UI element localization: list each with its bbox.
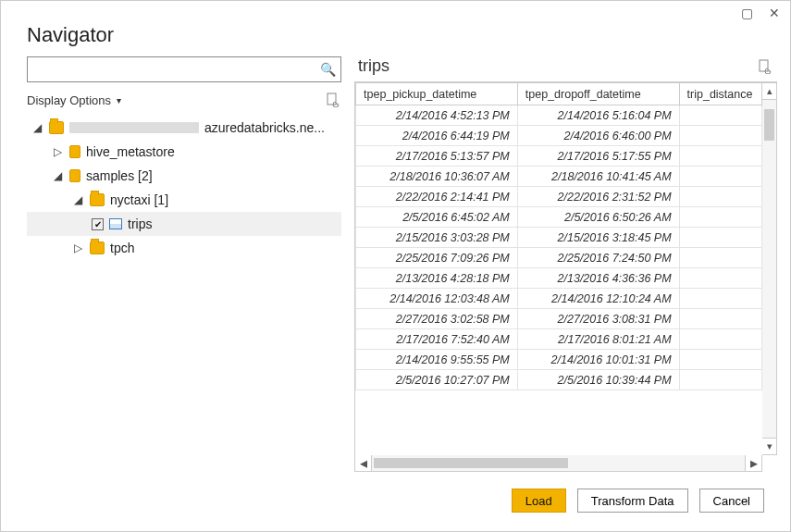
refresh-tree-icon[interactable]: [325, 92, 341, 108]
scrollbar-thumb[interactable]: [374, 458, 568, 468]
table-cell: 2/17/2016 8:01:21 AM: [517, 329, 679, 350]
refresh-preview-icon[interactable]: [757, 58, 773, 75]
column-header[interactable]: tpep_pickup_datetime: [356, 83, 518, 105]
tree-trips-label: trips: [128, 217, 152, 231]
table-cell: [679, 268, 761, 289]
search-row: 🔍: [27, 56, 341, 82]
table-cell: 2/14/2016 12:10:24 AM: [517, 289, 679, 309]
grid-wrap: tpep_pickup_datetime tpep_dropoff_dateti…: [354, 81, 777, 455]
table-cell: [679, 146, 761, 167]
table-cell: 2/13/2016 4:28:18 PM: [356, 268, 518, 289]
scroll-left-icon[interactable]: ◂: [355, 455, 372, 471]
table-row[interactable]: 2/14/2016 9:55:55 PM2/14/2016 10:01:31 P…: [356, 350, 762, 370]
search-icon[interactable]: 🔍: [320, 62, 336, 77]
tree-item-nyctaxi[interactable]: ◢ nyctaxi [1]: [27, 188, 341, 212]
table-cell: [679, 126, 761, 146]
preview-title: trips: [358, 56, 389, 76]
scroll-up-icon[interactable]: ▴: [762, 83, 776, 100]
expand-icon[interactable]: ▷: [71, 241, 84, 254]
tree-item-hive[interactable]: ▷ hive_metastore: [27, 140, 341, 164]
table-row[interactable]: 2/15/2016 3:03:28 PM2/15/2016 3:18:45 PM: [356, 228, 762, 248]
table-row[interactable]: 2/14/2016 4:52:13 PM2/14/2016 5:16:04 PM: [356, 105, 762, 126]
scroll-right-icon[interactable]: ▸: [745, 455, 761, 471]
horizontal-scrollbar[interactable]: ◂ ▸: [354, 455, 762, 472]
transform-data-button[interactable]: Transform Data: [577, 489, 688, 513]
table-row[interactable]: 2/5/2016 6:45:02 AM2/5/2016 6:50:26 AM: [356, 207, 762, 228]
tree: ◢ azuredatabricks.ne... ▷ hive_metastore…: [27, 116, 341, 260]
display-options-row: Display Options ▾: [27, 90, 341, 110]
table-cell: 2/17/2016 5:17:55 PM: [517, 146, 679, 167]
data-grid[interactable]: tpep_pickup_datetime tpep_dropoff_dateti…: [355, 82, 762, 455]
tree-item-trips[interactable]: ✔ trips: [27, 212, 341, 236]
scrollbar-thumb[interactable]: [764, 109, 774, 141]
table-cell: [679, 248, 761, 268]
left-panel: 🔍 Display Options ▾ ◢ azuredatabricks.ne…: [27, 56, 341, 472]
table-cell: 2/13/2016 4:36:36 PM: [517, 268, 679, 289]
collapse-icon[interactable]: ◢: [71, 193, 84, 206]
scroll-down-icon[interactable]: ▾: [762, 438, 776, 454]
table-row[interactable]: 2/18/2016 10:36:07 AM2/18/2016 10:41:45 …: [356, 167, 762, 187]
search-input[interactable]: [27, 56, 341, 82]
table-cell: 2/14/2016 5:16:04 PM: [517, 105, 679, 126]
table-row[interactable]: 2/13/2016 4:28:18 PM2/13/2016 4:36:36 PM: [356, 268, 762, 289]
tree-root[interactable]: ◢ azuredatabricks.ne...: [27, 116, 341, 140]
table-cell: 2/18/2016 10:41:45 AM: [517, 167, 679, 187]
maximize-icon[interactable]: ▢: [740, 6, 753, 19]
display-options-dropdown[interactable]: Display Options ▾: [27, 93, 121, 107]
table-cell: 2/14/2016 10:01:31 PM: [517, 350, 679, 370]
table-row[interactable]: 2/5/2016 10:27:07 PM2/5/2016 10:39:44 PM: [356, 370, 762, 390]
collapse-icon[interactable]: ◢: [51, 169, 64, 182]
table-row[interactable]: 2/4/2016 6:44:19 PM2/4/2016 6:46:00 PM: [356, 126, 762, 146]
table-cell: 2/17/2016 7:52:40 AM: [356, 329, 518, 350]
tree-nyctaxi-label: nyctaxi [1]: [110, 192, 168, 207]
table-icon: [109, 218, 122, 229]
display-options-label: Display Options: [27, 93, 111, 107]
right-panel: trips tpep_pickup_datetime tpep_dropoff_…: [354, 56, 777, 472]
database-icon: [69, 145, 80, 158]
collapse-icon[interactable]: ◢: [31, 121, 43, 134]
table-cell: [679, 167, 761, 187]
tree-root-label: azuredatabricks.ne...: [204, 120, 325, 135]
vertical-scrollbar[interactable]: ▴ ▾: [762, 82, 777, 455]
table-cell: 2/5/2016 10:39:44 PM: [517, 370, 679, 390]
table-row[interactable]: 2/14/2016 12:03:48 AM2/14/2016 12:10:24 …: [356, 289, 762, 309]
tree-item-samples[interactable]: ◢ samples [2]: [27, 164, 341, 188]
table-row[interactable]: 2/22/2016 2:14:41 PM2/22/2016 2:31:52 PM: [356, 187, 762, 207]
expand-icon[interactable]: ▷: [51, 145, 64, 158]
table-cell: 2/5/2016 6:50:26 AM: [517, 207, 679, 228]
page-title: Navigator: [1, 19, 790, 56]
table-cell: 2/4/2016 6:44:19 PM: [356, 126, 518, 146]
table-cell: 2/14/2016 4:52:13 PM: [356, 105, 518, 126]
table-cell: 2/22/2016 2:14:41 PM: [356, 187, 518, 207]
cancel-button[interactable]: Cancel: [699, 489, 764, 513]
folder-icon: [49, 121, 64, 134]
tree-samples-label: samples [2]: [86, 168, 153, 183]
table-row[interactable]: 2/27/2016 3:02:58 PM2/27/2016 3:08:31 PM: [356, 309, 762, 329]
tree-item-tpch[interactable]: ▷ tpch: [27, 236, 341, 260]
table-cell: [679, 350, 761, 370]
table-cell: 2/15/2016 3:18:45 PM: [517, 228, 679, 248]
chevron-down-icon: ▾: [117, 95, 121, 105]
close-icon[interactable]: ✕: [768, 6, 781, 19]
table-cell: 2/17/2016 5:13:57 PM: [356, 146, 518, 167]
table-cell: 2/14/2016 12:03:48 AM: [356, 289, 518, 309]
footer: Load Transform Data Cancel: [1, 472, 790, 531]
table-row[interactable]: 2/25/2016 7:09:26 PM2/25/2016 7:24:50 PM: [356, 248, 762, 268]
tree-tpch-label: tpch: [110, 241, 134, 255]
column-header[interactable]: trip_distance: [679, 83, 761, 105]
table-row[interactable]: 2/17/2016 5:13:57 PM2/17/2016 5:17:55 PM: [356, 146, 762, 167]
table-cell: 2/15/2016 3:03:28 PM: [356, 228, 518, 248]
column-header[interactable]: tpep_dropoff_datetime: [517, 83, 679, 105]
table-cell: [679, 370, 761, 390]
preview-header: trips: [354, 56, 777, 81]
scrollbar-track[interactable]: [372, 455, 745, 471]
checkbox-checked-icon[interactable]: ✔: [92, 218, 104, 230]
table-cell: 2/25/2016 7:09:26 PM: [356, 248, 518, 268]
redacted-hostname: [69, 122, 199, 133]
table-cell: 2/25/2016 7:24:50 PM: [517, 248, 679, 268]
table-cell: [679, 329, 761, 350]
table-cell: [679, 309, 761, 329]
table-row[interactable]: 2/17/2016 7:52:40 AM2/17/2016 8:01:21 AM: [356, 329, 762, 350]
database-icon: [69, 169, 80, 182]
load-button[interactable]: Load: [512, 489, 566, 513]
